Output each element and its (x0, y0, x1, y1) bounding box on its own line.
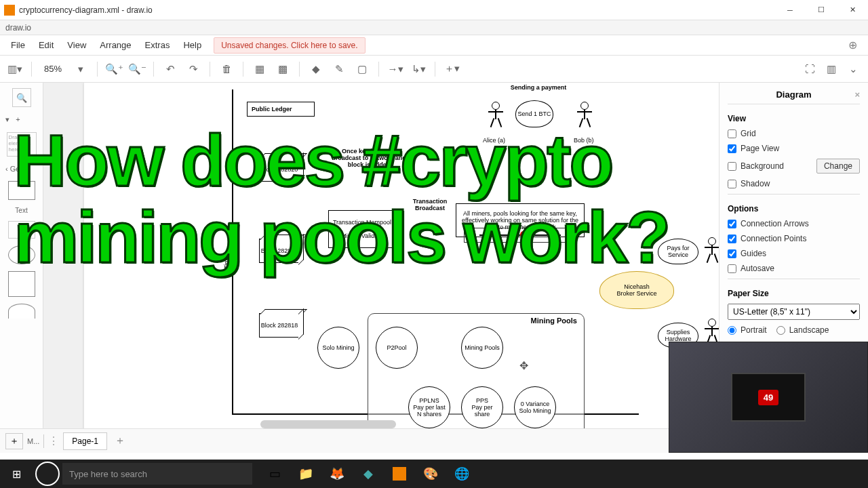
connection-points-checkbox[interactable]: Connection Points (728, 234, 860, 243)
mempool-box[interactable]: Transaction Mempool n Tx's Miners Valida… (328, 210, 396, 248)
toolbar: ▥▾ 85% ▾ 🔍⁺ 🔍⁻ ↶ ↷ 🗑 ▦ ▩ ◆ ✎ ▢ →▾ ↳▾ ＋▾ … (0, 56, 868, 83)
window-close-button[interactable]: ✕ (837, 0, 868, 20)
y-axis (232, 89, 233, 415)
tx-broadcast-label: Transaction Broadcast (403, 198, 457, 211)
palette-text-shape[interactable]: Text (15, 207, 27, 214)
mining-pools-node[interactable]: Mining Pools (461, 327, 503, 369)
sidebar-toggle-button[interactable]: ▥▾ (5, 60, 24, 79)
task-view-button[interactable]: ▭ (259, 460, 290, 488)
p2pool-node[interactable]: P2Pool (376, 327, 418, 369)
taskbar-search[interactable]: Type here to search (62, 463, 252, 485)
menu-edit[interactable]: Edit (32, 37, 60, 53)
cortana-button[interactable] (35, 462, 60, 486)
language-icon[interactable]: ⊕ (848, 39, 857, 52)
shape-search-button[interactable]: 🔍 (12, 88, 31, 107)
alice-actor[interactable] (488, 102, 504, 131)
drawio-taskbar-icon[interactable] (384, 460, 415, 488)
separator (243, 62, 243, 77)
fullscreen-button[interactable]: ⛶ (800, 60, 819, 79)
tofront-button[interactable]: ▦ (250, 60, 269, 79)
portrait-radio[interactable]: Portrait (728, 325, 767, 335)
undo-button[interactable]: ↶ (161, 60, 180, 79)
format-panel-button[interactable]: ▥ (822, 60, 841, 79)
guides-checkbox[interactable]: Guides (728, 249, 860, 258)
palette-general-header[interactable]: ‹ Ge... (3, 163, 40, 174)
menu-help[interactable]: Help (176, 37, 208, 53)
separator (435, 62, 435, 77)
line-color-button[interactable]: ✎ (330, 60, 349, 79)
block-282820[interactable]: Block 282820 (259, 157, 300, 182)
collapse-button[interactable]: ⌄ (844, 60, 863, 79)
file-explorer-icon[interactable]: 📁 (290, 460, 321, 488)
sending-label: Sending a payment (491, 84, 586, 91)
solo-mining-node[interactable]: Solo Mining (317, 327, 359, 369)
firefox-icon[interactable]: 🦊 (321, 460, 353, 488)
separator (378, 62, 379, 77)
diagram-page[interactable]: Time Public Ledger Block 282820 Block 28… (84, 83, 719, 428)
send-btc-cloud[interactable]: Send 1 BTC (515, 100, 553, 127)
toback-button[interactable]: ▩ (273, 60, 292, 79)
zoom-value[interactable]: 85% (39, 64, 67, 74)
waypoint-button[interactable]: ↳▾ (409, 60, 428, 79)
key-progress-bar (464, 228, 576, 243)
chrome-icon[interactable]: 🌐 (446, 460, 477, 488)
start-button[interactable]: ⊞ (0, 460, 33, 488)
block-282819[interactable]: Block 282819 (259, 239, 300, 263)
palette-ellipse-shape[interactable] (8, 245, 35, 264)
bob-actor[interactable] (576, 102, 593, 131)
canvas[interactable]: Time Public Ledger Block 282820 Block 28… (43, 83, 719, 428)
connection-button[interactable]: →▾ (386, 60, 405, 79)
landscape-radio[interactable]: Landscape (776, 325, 829, 335)
grid-checkbox[interactable]: Grid (728, 129, 860, 138)
url-text: draw.io (5, 23, 31, 33)
block-282818[interactable]: Block 282818 (259, 313, 300, 338)
autosave-checkbox[interactable]: Autosave (728, 264, 860, 273)
title-bar: cryptocurrency-diagram.xml - draw.io ─ ☐… (0, 0, 868, 20)
panel-close-icon[interactable]: × (854, 89, 860, 100)
pps-node[interactable]: PPS Pay per share (461, 386, 503, 428)
insert-button[interactable]: ＋▾ (442, 60, 461, 79)
menu-arrange[interactable]: Arrange (93, 37, 138, 53)
app-icon-2[interactable]: 🎨 (415, 460, 446, 488)
zoom-out-button[interactable]: 🔍⁻ (127, 60, 146, 79)
horizontal-scrollbar[interactable] (260, 420, 396, 428)
redo-button[interactable]: ↷ (184, 60, 203, 79)
fill-button[interactable]: ◆ (307, 60, 326, 79)
pplns-node[interactable]: PPLNS Pay per last N shares (408, 386, 450, 428)
window-minimize-button[interactable]: ─ (774, 0, 806, 20)
paper-size-select[interactable]: US-Letter (8,5" x 11") (728, 304, 860, 320)
menu-file[interactable]: File (4, 37, 32, 53)
connection-arrows-checkbox[interactable]: Connection Arrows (728, 219, 860, 228)
nicehash-cloud[interactable]: Nicehash Broker Service (599, 271, 674, 309)
change-background-button[interactable]: Change (816, 159, 860, 174)
pageview-checkbox[interactable]: Page View (728, 144, 860, 153)
zoom-in-button[interactable]: 🔍⁺ (104, 60, 123, 79)
palette-circle-shape[interactable] (8, 304, 35, 319)
url-bar: draw.io (0, 20, 868, 35)
separator (31, 62, 32, 77)
new-page-tab-button[interactable]: ＋ (111, 433, 129, 449)
customer-actor[interactable] (704, 237, 719, 267)
separator (97, 62, 98, 77)
palette-heading-shape[interactable] (8, 221, 35, 239)
shadow-button[interactable]: ▢ (353, 60, 372, 79)
delete-button[interactable]: 🗑 (217, 60, 236, 79)
palette-collapse[interactable]: ▾ + (3, 114, 40, 125)
window-maximize-button[interactable]: ☐ (806, 0, 837, 20)
menu-extras[interactable]: Extras (138, 37, 177, 53)
palette-rect-shape[interactable] (8, 181, 35, 200)
page-1-tab[interactable]: Page-1 (63, 432, 107, 450)
menu-view[interactable]: View (60, 37, 93, 53)
zerovar-node[interactable]: 0 Variance Solo Mining (514, 386, 556, 428)
paysfor-cloud[interactable]: Pays for Service (658, 239, 698, 264)
add-page-button[interactable]: ＋ (5, 433, 23, 449)
background-checkbox[interactable]: Background Change (728, 159, 860, 174)
unsaved-changes-chip[interactable]: Unsaved changes. Click here to save. (214, 37, 365, 54)
app-icon-1[interactable]: ◆ (353, 460, 384, 488)
public-ledger-box[interactable]: Public Ledger (247, 102, 315, 117)
palette-square-shape[interactable] (8, 271, 35, 297)
zoom-dropdown-icon[interactable]: ▾ (71, 60, 90, 79)
paper-size-header: Paper Size (728, 289, 860, 298)
shadow-checkbox[interactable]: Shadow (728, 179, 860, 188)
more-tabs-label[interactable]: M... (27, 437, 39, 445)
